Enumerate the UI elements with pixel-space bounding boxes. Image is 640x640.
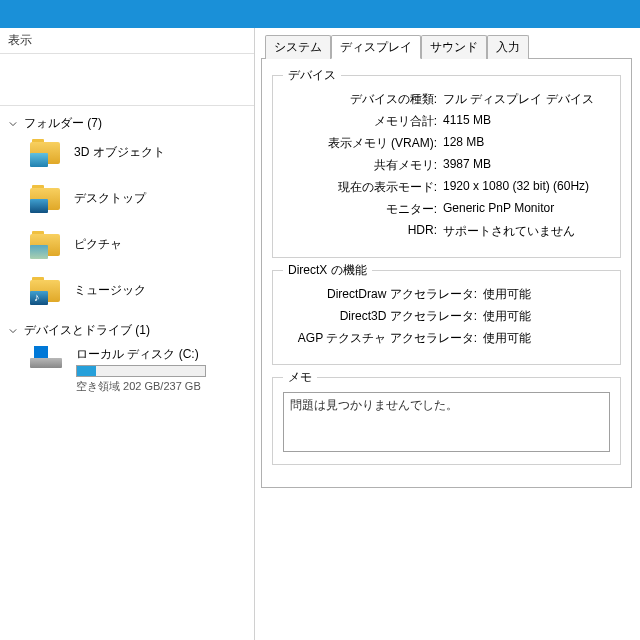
drive-item[interactable]: ローカル ディスク (C:) 空き領域 202 GB/237 GB [0, 342, 254, 398]
folder-icon [30, 277, 60, 303]
folder-icon [30, 185, 60, 211]
folder-item[interactable]: デスクトップ [0, 181, 254, 215]
toolbar-area [0, 54, 254, 106]
info-key: AGP テクスチャ アクセラレータ: [283, 330, 483, 347]
tab-1[interactable]: ディスプレイ [331, 35, 421, 59]
info-value: 4115 MB [443, 113, 610, 130]
title-bar [0, 0, 640, 28]
info-key: Direct3D アクセラレータ: [283, 308, 483, 325]
info-value: Generic PnP Monitor [443, 201, 610, 218]
tab-0[interactable]: システム [265, 35, 331, 59]
folder-tree: フォルダー (7) 3D オブジェクトデスクトップピクチャミュージック デバイス… [0, 106, 254, 398]
info-row: デバイスの種類:フル ディスプレイ デバイス [283, 91, 610, 108]
info-key: メモリ合計: [283, 113, 443, 130]
tab-2[interactable]: サウンド [421, 35, 487, 59]
folder-item[interactable]: ミュージック [0, 273, 254, 307]
info-row: HDR:サポートされていません [283, 223, 610, 240]
device-group: デバイス デバイスの種類:フル ディスプレイ デバイスメモリ合計:4115 MB… [272, 75, 621, 258]
info-key: 共有メモリ: [283, 157, 443, 174]
drive-name: ローカル ディスク (C:) [76, 346, 206, 363]
folder-item[interactable]: ピクチャ [0, 227, 254, 261]
info-row: DirectDraw アクセラレータ:使用可能 [283, 286, 610, 303]
explorer-pane: 表示 フォルダー (7) 3D オブジェクトデスクトップピクチャミュージック デ… [0, 28, 255, 640]
folder-label: ミュージック [74, 282, 146, 299]
view-tab[interactable]: 表示 [0, 28, 254, 54]
folder-icon [30, 139, 60, 165]
drive-icon [30, 346, 62, 368]
folders-group-label: フォルダー (7) [24, 115, 102, 132]
info-value: 128 MB [443, 135, 610, 152]
directx-group-title: DirectX の機能 [283, 262, 372, 279]
info-row: 共有メモリ:3987 MB [283, 157, 610, 174]
info-key: DirectDraw アクセラレータ: [283, 286, 483, 303]
memo-group-title: メモ [283, 369, 317, 386]
info-key: デバイスの種類: [283, 91, 443, 108]
device-group-title: デバイス [283, 67, 341, 84]
folder-label: 3D オブジェクト [74, 144, 165, 161]
info-row: モニター:Generic PnP Monitor [283, 201, 610, 218]
folders-group[interactable]: フォルダー (7) [0, 112, 254, 135]
info-value: サポートされていません [443, 223, 610, 240]
info-row: Direct3D アクセラレータ:使用可能 [283, 308, 610, 325]
memo-textarea[interactable]: 問題は見つかりませんでした。 [283, 392, 610, 452]
info-key: 現在の表示モード: [283, 179, 443, 196]
info-key: 表示メモリ (VRAM): [283, 135, 443, 152]
info-row: 現在の表示モード:1920 x 1080 (32 bit) (60Hz) [283, 179, 610, 196]
tab-3[interactable]: 入力 [487, 35, 529, 59]
drives-group[interactable]: デバイスとドライブ (1) [0, 319, 254, 342]
info-value: 1920 x 1080 (32 bit) (60Hz) [443, 179, 610, 196]
drive-free-text: 空き領域 202 GB/237 GB [76, 379, 206, 394]
folder-icon [30, 231, 60, 257]
info-row: AGP テクスチャ アクセラレータ:使用可能 [283, 330, 610, 347]
info-value: 使用可能 [483, 286, 610, 303]
info-key: モニター: [283, 201, 443, 218]
drive-usage-bar [76, 365, 206, 377]
folder-label: デスクトップ [74, 190, 146, 207]
chevron-down-icon [8, 119, 18, 129]
chevron-down-icon [8, 326, 18, 336]
directx-group: DirectX の機能 DirectDraw アクセラレータ:使用可能Direc… [272, 270, 621, 365]
drives-group-label: デバイスとドライブ (1) [24, 322, 150, 339]
info-value: フル ディスプレイ デバイス [443, 91, 610, 108]
info-row: 表示メモリ (VRAM):128 MB [283, 135, 610, 152]
dxdiag-pane: システムディスプレイサウンド入力 デバイス デバイスの種類:フル ディスプレイ … [255, 28, 640, 640]
memo-text: 問題は見つかりませんでした。 [290, 398, 458, 412]
info-value: 使用可能 [483, 308, 610, 325]
info-row: メモリ合計:4115 MB [283, 113, 610, 130]
info-key: HDR: [283, 223, 443, 240]
memo-group: メモ 問題は見つかりませんでした。 [272, 377, 621, 465]
folder-label: ピクチャ [74, 236, 122, 253]
info-value: 使用可能 [483, 330, 610, 347]
folder-item[interactable]: 3D オブジェクト [0, 135, 254, 169]
tab-bar: システムディスプレイサウンド入力 [261, 34, 632, 59]
info-value: 3987 MB [443, 157, 610, 174]
